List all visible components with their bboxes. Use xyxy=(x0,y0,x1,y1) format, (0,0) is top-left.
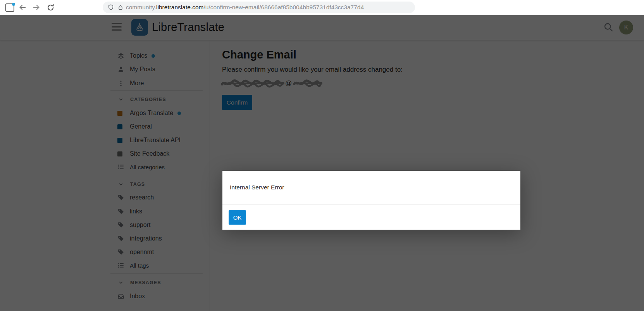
dialog-body: Internal Server Error xyxy=(222,171,520,204)
url-text[interactable]: community.libretranslate.com/u/confirm-n… xyxy=(126,4,364,11)
notification-dot xyxy=(12,3,15,6)
ok-button[interactable]: OK xyxy=(229,210,246,225)
address-bar[interactable]: community.libretranslate.com/u/confirm-n… xyxy=(103,2,415,13)
tab-overview-icon[interactable] xyxy=(5,3,14,12)
forward-button[interactable] xyxy=(31,2,42,13)
back-button[interactable] xyxy=(17,2,28,13)
browser-toolbar: community.libretranslate.com/u/confirm-n… xyxy=(0,0,644,15)
reload-button[interactable] xyxy=(45,2,56,13)
tracking-shield-icon[interactable] xyxy=(107,4,114,11)
modal-backdrop[interactable] xyxy=(0,15,644,311)
dialog-message: Internal Server Error xyxy=(230,184,284,191)
error-dialog: Internal Server Error OK xyxy=(222,171,520,230)
lock-icon[interactable] xyxy=(117,4,124,11)
